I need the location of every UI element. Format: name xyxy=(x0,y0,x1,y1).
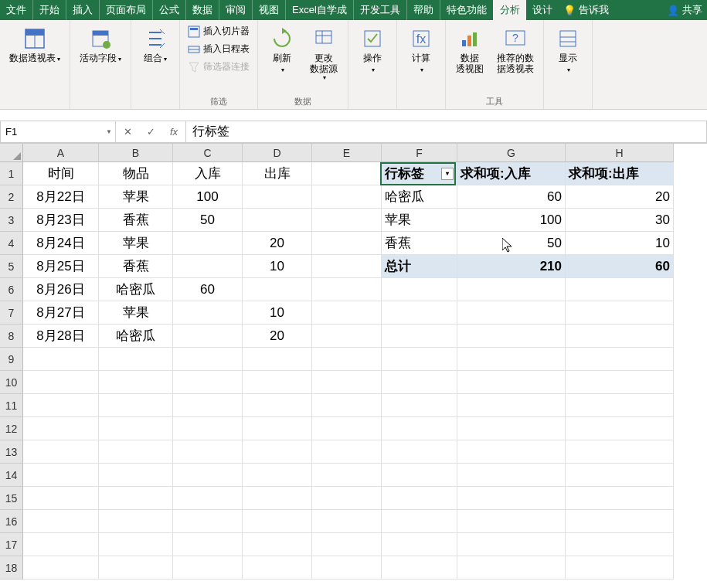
tab-view[interactable]: 视图 xyxy=(252,0,285,20)
cell[interactable] xyxy=(312,487,382,510)
cell[interactable] xyxy=(457,464,566,487)
cell[interactable] xyxy=(243,417,312,440)
tab-file[interactable]: 文件 xyxy=(0,0,32,20)
cell[interactable]: 行标签▾ xyxy=(382,162,457,185)
cell[interactable]: 总计 xyxy=(382,255,457,278)
cell[interactable] xyxy=(173,232,243,255)
cell[interactable] xyxy=(23,556,99,580)
share-button[interactable]: 👤 共享 xyxy=(662,0,707,20)
cell[interactable] xyxy=(566,417,674,440)
cell[interactable] xyxy=(382,533,457,556)
cell[interactable]: 哈密瓜 xyxy=(99,278,173,301)
cell[interactable]: 苹果 xyxy=(99,301,173,325)
cell[interactable] xyxy=(312,371,382,394)
cell[interactable] xyxy=(99,556,173,580)
cell[interactable]: 8月23日 xyxy=(23,209,99,232)
cell[interactable]: 60 xyxy=(566,255,674,278)
row-header-3[interactable]: 3 xyxy=(0,209,23,232)
row-header-5[interactable]: 5 xyxy=(0,255,23,278)
column-header-D[interactable]: D xyxy=(243,144,312,162)
cell[interactable] xyxy=(566,556,674,580)
cell[interactable] xyxy=(566,440,674,464)
cell[interactable] xyxy=(23,394,99,417)
cell[interactable] xyxy=(457,417,566,440)
cell[interactable] xyxy=(99,440,173,464)
change-data-source-button[interactable]: 更改 数据源▾ xyxy=(304,23,343,84)
cancel-formula-button[interactable]: ✕ xyxy=(116,121,139,142)
cell[interactable] xyxy=(566,394,674,417)
row-header-16[interactable]: 16 xyxy=(0,510,23,533)
cell[interactable] xyxy=(99,348,173,371)
cell[interactable]: 哈密瓜 xyxy=(99,325,173,348)
cell[interactable]: 8月28日 xyxy=(23,325,99,348)
cell[interactable] xyxy=(382,464,457,487)
cell[interactable] xyxy=(566,533,674,556)
cell[interactable] xyxy=(457,510,566,533)
cell[interactable]: 8月27日 xyxy=(23,301,99,325)
cell[interactable]: 时间 xyxy=(23,162,99,185)
tab-self-study[interactable]: Excel自学成 xyxy=(285,0,353,20)
cell[interactable]: 100 xyxy=(457,209,566,232)
row-header-1[interactable]: 1 xyxy=(0,162,23,185)
cell[interactable]: 求和项:出库 xyxy=(566,162,674,185)
cell[interactable] xyxy=(457,440,566,464)
cell[interactable] xyxy=(566,301,674,325)
insert-function-button[interactable]: fx xyxy=(162,121,185,142)
row-header-9[interactable]: 9 xyxy=(0,348,23,371)
select-all-corner[interactable] xyxy=(0,144,23,162)
cell[interactable] xyxy=(23,510,99,533)
cell[interactable]: 20 xyxy=(243,232,312,255)
row-header-18[interactable]: 18 xyxy=(0,556,23,580)
cell[interactable] xyxy=(23,464,99,487)
cell[interactable] xyxy=(99,394,173,417)
cell[interactable] xyxy=(173,510,243,533)
active-field-button[interactable]: 活动字段▾ xyxy=(75,23,126,68)
group-button[interactable]: 组合▾ xyxy=(136,23,175,68)
cell[interactable] xyxy=(312,510,382,533)
cell[interactable]: 香蕉 xyxy=(99,255,173,278)
cell[interactable] xyxy=(382,556,457,580)
tab-data[interactable]: 数据 xyxy=(185,0,219,20)
operations-button[interactable]: 操作▾ xyxy=(353,23,392,79)
tab-home[interactable]: 开始 xyxy=(32,0,66,20)
cell[interactable] xyxy=(566,464,674,487)
cell[interactable] xyxy=(312,301,382,325)
show-button[interactable]: 显示▾ xyxy=(549,23,587,79)
confirm-formula-button[interactable]: ✓ xyxy=(139,121,162,142)
pivot-chart-button[interactable]: 数据 透视图 xyxy=(450,23,489,77)
cell[interactable] xyxy=(243,348,312,371)
cell[interactable]: 8月25日 xyxy=(23,255,99,278)
column-header-G[interactable]: G xyxy=(457,144,566,162)
column-header-C[interactable]: C xyxy=(173,144,243,162)
tab-insert[interactable]: 插入 xyxy=(66,0,99,20)
cell[interactable] xyxy=(173,394,243,417)
cell[interactable]: 苹果 xyxy=(99,232,173,255)
cell[interactable] xyxy=(312,440,382,464)
row-header-7[interactable]: 7 xyxy=(0,301,23,325)
cell[interactable] xyxy=(99,533,173,556)
tab-special[interactable]: 特色功能 xyxy=(440,0,493,20)
row-header-15[interactable]: 15 xyxy=(0,487,23,510)
cell[interactable] xyxy=(382,394,457,417)
tab-review[interactable]: 审阅 xyxy=(219,0,252,20)
cell[interactable] xyxy=(173,255,243,278)
tab-help[interactable]: 帮助 xyxy=(406,0,440,20)
row-header-14[interactable]: 14 xyxy=(0,464,23,487)
row-header-8[interactable]: 8 xyxy=(0,325,23,348)
pivot-table-button[interactable]: 数据透视表▾ xyxy=(5,23,65,68)
cell[interactable] xyxy=(99,487,173,510)
cell[interactable]: 物品 xyxy=(99,162,173,185)
cell[interactable]: 210 xyxy=(457,255,566,278)
cell[interactable] xyxy=(312,464,382,487)
cell[interactable]: 香蕉 xyxy=(99,209,173,232)
row-header-13[interactable]: 13 xyxy=(0,440,23,464)
cell[interactable] xyxy=(457,278,566,301)
cell[interactable]: 出库 xyxy=(243,162,312,185)
cell[interactable] xyxy=(243,440,312,464)
cell[interactable]: 香蕉 xyxy=(382,232,457,255)
cell[interactable]: 100 xyxy=(173,185,243,209)
row-header-17[interactable]: 17 xyxy=(0,533,23,556)
cell[interactable] xyxy=(173,348,243,371)
row-header-2[interactable]: 2 xyxy=(0,185,23,209)
cell[interactable] xyxy=(23,533,99,556)
